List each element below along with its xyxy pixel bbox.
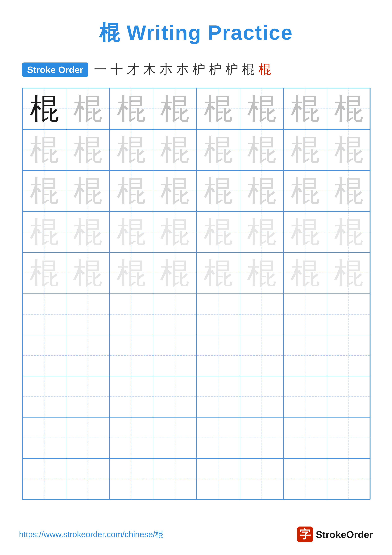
grid-cell-2-2[interactable]: 棍 [110, 170, 153, 212]
grid-cell-7-6[interactable] [284, 376, 327, 417]
grid-cell-8-4[interactable] [197, 417, 240, 458]
grid-cell-4-4[interactable]: 棍 [197, 253, 240, 294]
grid-cell-6-5[interactable] [240, 335, 284, 376]
grid-cell-5-2[interactable] [110, 294, 153, 335]
grid-cell-0-0[interactable]: 棍 [23, 88, 66, 129]
grid-cell-7-7[interactable] [327, 376, 371, 417]
grid-cell-8-7[interactable] [327, 417, 371, 458]
grid-cell-7-1[interactable] [66, 376, 110, 417]
cell-char-4-7: 棍 [334, 259, 363, 288]
grid-cell-0-6[interactable]: 棍 [284, 88, 327, 129]
cell-char-3-1: 棍 [73, 218, 102, 247]
grid-cell-3-3[interactable]: 棍 [153, 212, 197, 253]
grid-cell-6-7[interactable] [327, 335, 371, 376]
grid-cell-9-4[interactable] [197, 458, 240, 499]
grid-cell-3-1[interactable]: 棍 [66, 212, 110, 253]
grid-cell-2-6[interactable]: 棍 [284, 170, 327, 212]
grid-cell-3-0[interactable]: 棍 [23, 212, 66, 253]
cell-char-0-3: 棍 [160, 94, 189, 124]
grid-cell-9-5[interactable] [240, 458, 284, 499]
grid-cell-8-0[interactable] [23, 417, 66, 458]
grid-cell-6-4[interactable] [197, 335, 240, 376]
grid-cell-2-3[interactable]: 棍 [153, 170, 197, 212]
grid-cell-7-2[interactable] [110, 376, 153, 417]
grid-cell-9-7[interactable] [327, 458, 371, 499]
grid-cell-8-1[interactable] [66, 417, 110, 458]
grid-cell-3-2[interactable]: 棍 [110, 212, 153, 253]
grid-cell-0-1[interactable]: 棍 [66, 88, 110, 129]
cell-char-2-2: 棍 [117, 176, 146, 206]
grid-cell-2-1[interactable]: 棍 [66, 170, 110, 212]
grid-cell-5-4[interactable] [197, 294, 240, 335]
cell-char-0-4: 棍 [204, 94, 233, 124]
grid-cell-5-1[interactable] [66, 294, 110, 335]
grid-cell-9-2[interactable] [110, 458, 153, 499]
grid-cell-0-3[interactable]: 棍 [153, 88, 197, 129]
grid-cell-3-4[interactable]: 棍 [197, 212, 240, 253]
grid-cell-7-3[interactable] [153, 376, 197, 417]
grid-cell-6-0[interactable] [23, 335, 66, 376]
grid-cell-3-6[interactable]: 棍 [284, 212, 327, 253]
grid-cell-6-3[interactable] [153, 335, 197, 376]
grid-cell-1-1[interactable]: 棍 [66, 129, 110, 170]
grid-cell-7-4[interactable] [197, 376, 240, 417]
grid-cell-1-6[interactable]: 棍 [284, 129, 327, 170]
grid-cell-1-5[interactable]: 棍 [240, 129, 284, 170]
grid-cell-7-5[interactable] [240, 376, 284, 417]
grid-cell-5-6[interactable] [284, 294, 327, 335]
grid-cell-4-3[interactable]: 棍 [153, 253, 197, 294]
brand-name: StrokeOrder [316, 529, 373, 540]
grid-cell-3-7[interactable]: 棍 [327, 212, 371, 253]
grid-cell-9-1[interactable] [66, 458, 110, 499]
grid-cell-4-2[interactable]: 棍 [110, 253, 153, 294]
cell-char-3-0: 棍 [30, 218, 59, 247]
grid-cell-4-7[interactable]: 棍 [327, 253, 371, 294]
grid-cell-9-0[interactable] [23, 458, 66, 499]
grid-row-7 [23, 376, 370, 417]
grid-cell-4-6[interactable]: 棍 [284, 253, 327, 294]
cell-char-1-7: 棍 [334, 135, 363, 165]
grid-cell-1-0[interactable]: 棍 [23, 129, 66, 170]
stroke-step-10: 棍 [258, 61, 271, 78]
grid-cell-5-3[interactable] [153, 294, 197, 335]
cell-char-2-3: 棍 [160, 176, 189, 206]
cell-char-2-7: 棍 [334, 176, 363, 206]
grid-cell-4-5[interactable]: 棍 [240, 253, 284, 294]
cell-char-1-6: 棍 [291, 135, 320, 165]
grid-cell-9-3[interactable] [153, 458, 197, 499]
stroke-step-5: 朩 [176, 61, 189, 78]
grid-cell-2-7[interactable]: 棍 [327, 170, 371, 212]
grid-cell-1-3[interactable]: 棍 [153, 129, 197, 170]
cell-char-4-5: 棍 [247, 259, 276, 288]
grid-cell-4-1[interactable]: 棍 [66, 253, 110, 294]
grid-cell-8-5[interactable] [240, 417, 284, 458]
grid-cell-1-7[interactable]: 棍 [327, 129, 371, 170]
grid-cell-0-5[interactable]: 棍 [240, 88, 284, 129]
grid-cell-1-2[interactable]: 棍 [110, 129, 153, 170]
grid-cell-3-5[interactable]: 棍 [240, 212, 284, 253]
grid-cell-6-6[interactable] [284, 335, 327, 376]
grid-cell-7-0[interactable] [23, 376, 66, 417]
grid-cell-0-7[interactable]: 棍 [327, 88, 371, 129]
stroke-step-3: 木 [143, 61, 156, 78]
grid-cell-6-1[interactable] [66, 335, 110, 376]
grid-cell-6-2[interactable] [110, 335, 153, 376]
grid-cell-2-0[interactable]: 棍 [23, 170, 66, 212]
cell-char-1-1: 棍 [73, 135, 102, 165]
footer-url[interactable]: https://www.strokeorder.com/chinese/棍 [19, 529, 163, 540]
grid-cell-8-2[interactable] [110, 417, 153, 458]
grid-cell-8-6[interactable] [284, 417, 327, 458]
grid-cell-0-4[interactable]: 棍 [197, 88, 240, 129]
grid-cell-2-5[interactable]: 棍 [240, 170, 284, 212]
cell-char-0-1: 棍 [73, 94, 102, 124]
grid-cell-5-5[interactable] [240, 294, 284, 335]
grid-cell-5-0[interactable] [23, 294, 66, 335]
grid-cell-1-4[interactable]: 棍 [197, 129, 240, 170]
grid-cell-2-4[interactable]: 棍 [197, 170, 240, 212]
grid-cell-5-7[interactable] [327, 294, 371, 335]
grid-cell-0-2[interactable]: 棍 [110, 88, 153, 129]
grid-cell-4-0[interactable]: 棍 [23, 253, 66, 294]
grid-cell-9-6[interactable] [284, 458, 327, 499]
cell-char-2-0: 棍 [30, 176, 59, 206]
grid-cell-8-3[interactable] [153, 417, 197, 458]
